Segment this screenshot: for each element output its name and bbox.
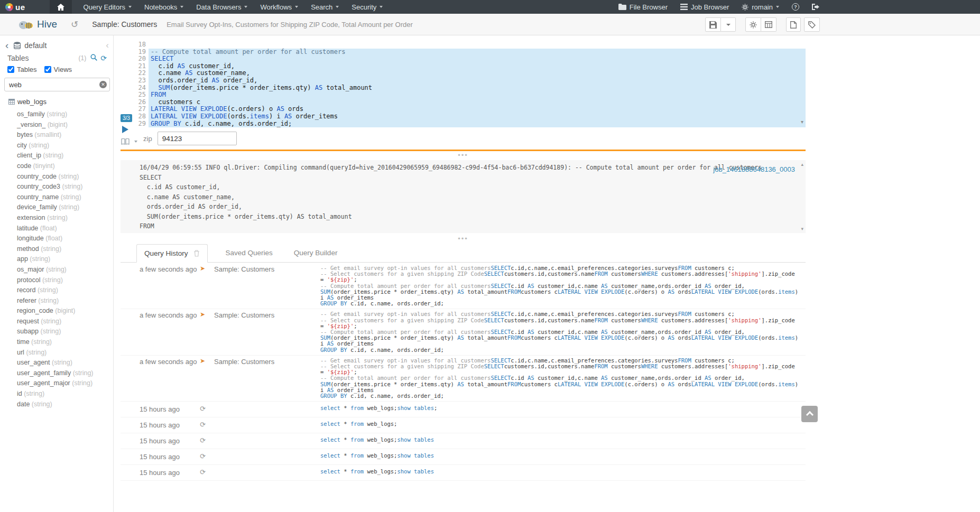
query-title[interactable]: Sample: Customers xyxy=(92,20,157,29)
save-button[interactable] xyxy=(705,17,721,32)
column-item[interactable]: longitude (float) xyxy=(0,234,113,244)
code-line[interactable]: 19-- Compute total amount per order for … xyxy=(121,49,806,56)
menu-data-browsers[interactable]: Data Browsers xyxy=(190,0,254,14)
column-item[interactable]: protocol (string) xyxy=(0,275,113,286)
column-item[interactable]: method (string) xyxy=(0,244,113,255)
column-item[interactable]: client_ip (string) xyxy=(0,151,113,161)
column-item[interactable]: country_name (string) xyxy=(0,192,113,203)
column-item[interactable]: time (string) xyxy=(0,337,113,348)
history-row[interactable]: 15 hours ago⟳select * from web_logs; xyxy=(121,417,806,433)
sql-token: AS xyxy=(185,69,192,77)
search-icon[interactable] xyxy=(90,53,97,63)
job-browser-link[interactable]: Job Browser xyxy=(674,0,735,14)
column-item[interactable]: latitude (float) xyxy=(0,224,113,234)
snippet-type-button[interactable] xyxy=(121,138,137,145)
history-row[interactable]: 15 hours ago⟳select * from web_logs;show… xyxy=(121,433,806,449)
column-item[interactable]: bytes (smallint) xyxy=(0,130,113,141)
editor-scroll-down-icon[interactable] xyxy=(801,119,803,125)
collapse-assist-icon[interactable] xyxy=(106,40,109,51)
job-link[interactable]: job_1461888648136_0003 xyxy=(713,165,795,173)
new-document-button[interactable] xyxy=(786,17,801,32)
app-name[interactable]: Hive xyxy=(37,18,57,30)
column-item[interactable]: referer (string) xyxy=(0,296,113,306)
hue-logo[interactable]: ue xyxy=(0,3,31,12)
tab-query-history[interactable]: Query History xyxy=(136,244,208,263)
refresh-icon[interactable]: ⟳ xyxy=(100,54,107,62)
column-item[interactable]: record (string) xyxy=(0,285,113,296)
column-item[interactable]: user_agent_family (string) xyxy=(0,368,113,379)
code-line[interactable]: 28LATERAL VIEW EXPLODE(ords.items) i AS … xyxy=(121,113,806,120)
history-row[interactable]: a few seconds ago➤Sample: Customers-- Ge… xyxy=(121,263,806,309)
code-line[interactable]: 29GROUP BY c.id, c.name, ords.order_id; xyxy=(121,120,806,128)
history-row[interactable]: 15 hours ago⟳select * from web_logs;show… xyxy=(121,465,806,481)
filter-tables[interactable]: Tables xyxy=(7,66,37,73)
history-row[interactable]: 15 hours ago⟳select * from web_logs;show… xyxy=(121,402,806,417)
column-item[interactable]: region_code (bigint) xyxy=(0,306,113,316)
log-scroll-up-icon[interactable] xyxy=(801,162,803,167)
history-row[interactable]: 15 hours ago⟳select * from web_logs;show… xyxy=(121,449,806,465)
table-filter-input[interactable] xyxy=(4,78,110,91)
scroll-to-top-button[interactable] xyxy=(801,406,818,422)
column-item[interactable]: id (string) xyxy=(0,389,113,399)
variable-input[interactable] xyxy=(158,132,237,145)
filter-checkbox[interactable] xyxy=(44,66,51,73)
resize-handle[interactable] xyxy=(121,153,806,159)
save-dropdown-button[interactable] xyxy=(721,17,736,32)
column-item[interactable]: subapp (string) xyxy=(0,327,113,337)
resize-handle[interactable] xyxy=(121,237,806,242)
execute-button[interactable] xyxy=(122,126,128,133)
sessions-button[interactable] xyxy=(761,17,776,32)
database-name[interactable]: default xyxy=(24,41,47,50)
column-item[interactable]: code (tinyint) xyxy=(0,161,113,172)
column-item[interactable]: country_code (string) xyxy=(0,172,113,182)
file-browser-link[interactable]: File Browser xyxy=(612,0,674,14)
log-scroll-down-icon[interactable] xyxy=(801,226,803,231)
sql-token: customers xyxy=(608,363,641,369)
menu-workflows[interactable]: Workflows xyxy=(254,0,304,14)
column-item[interactable]: url (string) xyxy=(0,348,113,358)
code-line[interactable]: 21 c.id AS customer_id, xyxy=(121,63,806,70)
column-item[interactable]: extension (string) xyxy=(0,213,113,224)
menu-query-editors[interactable]: Query Editors xyxy=(77,0,138,14)
filter-checkbox[interactable] xyxy=(7,66,14,73)
logout-button[interactable] xyxy=(806,0,826,14)
column-item[interactable]: os_family (string) xyxy=(0,109,113,120)
clear-history-icon[interactable] xyxy=(193,250,200,257)
clear-search-icon[interactable] xyxy=(99,81,107,88)
code-line[interactable]: 22 c.name AS customer_name, xyxy=(121,70,806,77)
tags-button[interactable] xyxy=(804,17,820,32)
column-item[interactable]: user_agent (string) xyxy=(0,358,113,368)
code-line[interactable]: 20SELECT xyxy=(121,55,806,63)
column-item[interactable]: _version_ (bigint) xyxy=(0,120,113,131)
column-item[interactable]: app (string) xyxy=(0,254,113,265)
code-area[interactable]: 1819-- Compute total amount per order fo… xyxy=(121,41,806,127)
menu-security[interactable]: Security xyxy=(345,0,389,14)
column-item[interactable]: user_agent_major (string) xyxy=(0,378,113,389)
code-line[interactable]: 24 SUM(order_items.price * order_items.q… xyxy=(121,85,806,92)
settings-button[interactable] xyxy=(745,17,761,32)
help-button[interactable] xyxy=(785,0,806,14)
code-line[interactable]: 26 customers c xyxy=(121,99,806,106)
menu-search[interactable]: Search xyxy=(304,0,345,14)
code-line[interactable]: 27LATERAL VIEW EXPLODE(c.orders) o AS or… xyxy=(121,106,806,113)
code-line[interactable]: 23 ords.order_id AS order_id, xyxy=(121,77,806,85)
table-item[interactable]: web_logs xyxy=(8,98,47,106)
user-menu[interactable]: romain xyxy=(735,0,785,14)
column-item[interactable]: date (string) xyxy=(0,399,113,410)
filter-views[interactable]: Views xyxy=(44,66,72,73)
tab-saved-queries[interactable]: Saved Queries xyxy=(215,244,283,262)
menu-notebooks[interactable]: Notebooks xyxy=(138,0,190,14)
home-button[interactable] xyxy=(50,0,72,14)
code-line[interactable]: 18 xyxy=(121,41,806,49)
back-arrow-icon[interactable] xyxy=(5,41,8,50)
column-item[interactable]: city (string) xyxy=(0,141,113,151)
code-line[interactable]: 25FROM xyxy=(121,91,806,99)
history-row[interactable]: a few seconds ago➤Sample: Customers-- Ge… xyxy=(121,309,806,355)
tab-query-builder[interactable]: Query Builder xyxy=(283,244,348,262)
column-item[interactable]: request (string) xyxy=(0,316,113,327)
column-item[interactable]: os_major (string) xyxy=(0,265,113,275)
column-item[interactable]: country_code3 (string) xyxy=(0,182,113,192)
column-item[interactable]: device_family (string) xyxy=(0,202,113,213)
history-row[interactable]: a few seconds ago➤Sample: Customers-- Ge… xyxy=(121,356,806,402)
query-history-icon[interactable]: ↺ xyxy=(71,19,78,30)
